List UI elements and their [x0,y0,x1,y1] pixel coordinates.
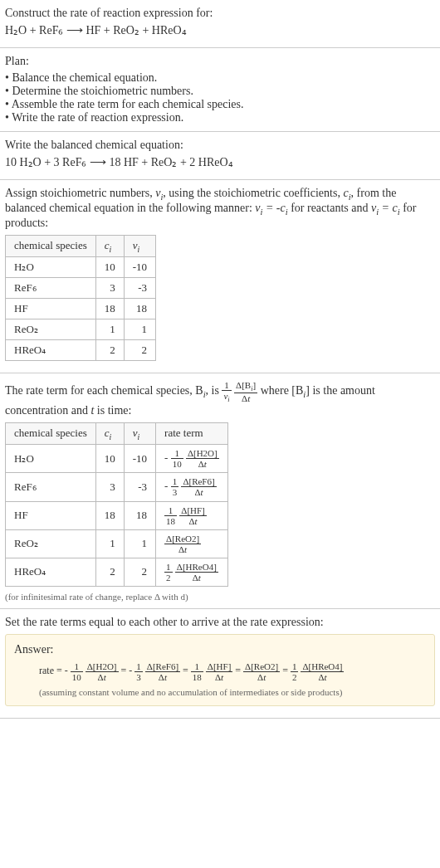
rateterm-section: The rate term for each chemical species,… [0,373,440,609]
plan-title: Plan: [5,55,435,68]
stoich-section: Assign stoichiometric numbers, νi, using… [0,180,440,373]
rateterm-intro: The rate term for each chemical species,… [5,380,435,417]
cell-rate: 12 Δ[HReO4]Δt [156,558,228,586]
table-row: H₂O10-10 [6,257,156,278]
cell-nu: 18 [124,299,155,319]
cell-c: 3 [95,278,124,299]
cell-nu: -10 [124,445,155,473]
cell-species: HF [6,501,96,529]
cell-c: 10 [95,257,124,278]
cell-c: 1 [95,529,124,558]
balanced-title: Write the balanced chemical equation: [5,139,435,152]
cell-nu: 1 [124,319,155,340]
cell-rate: Δ[ReO2]Δt [156,529,228,558]
cell-species: HReO₄ [6,558,96,586]
cell-rate: - 110 Δ[H2O]Δt [156,445,228,473]
col-c: ci [95,422,124,445]
cell-species: ReO₂ [6,319,96,340]
cell-species: ReO₂ [6,529,96,558]
final-section: Set the rate terms equal to each other t… [0,609,440,719]
col-nu: νi [124,422,155,445]
cell-nu: 2 [124,558,155,586]
col-species: chemical species [6,235,96,257]
text: for reactants and [288,202,371,214]
table-row: HReO₄ 2 2 12 Δ[HReO4]Δt [6,558,228,586]
plan-item: Write the rate of reaction expression. [5,111,435,124]
answer-label: Answer: [14,643,426,656]
table-header-row: chemical species ci νi [6,235,156,257]
table-row: ReF₆3-3 [6,278,156,299]
final-title: Set the rate terms equal to each other t… [5,616,435,629]
table-row: ReF₆ 3 -3 - 13 Δ[ReF6]Δt [6,473,228,501]
plan-section: Plan: Balance the chemical equation. Det… [0,48,440,132]
plan-list: Balance the chemical equation. Determine… [5,71,435,124]
cell-species: H₂O [6,445,96,473]
plan-item: Determine the stoichiometric numbers. [5,85,435,98]
col-nu: νi [124,235,155,257]
answer-box: Answer: rate = - 110 Δ[H2O]Δt = - 13 Δ[R… [5,634,435,706]
cell-c: 1 [95,319,124,340]
col-rate: rate term [156,422,228,445]
plan-item: Assemble the rate term for each chemical… [5,98,435,111]
table-row: HF1818 [6,299,156,319]
cell-c: 2 [95,340,124,361]
cell-c: 3 [95,473,124,501]
table-row: HReO₄22 [6,340,156,361]
stoich-table: chemical species ci νi H₂O10-10 ReF₆3-3 … [5,235,156,362]
rateterm-table: chemical species ci νi rate term H₂O 10 … [5,422,228,588]
table-header-row: chemical species ci νi rate term [6,422,228,445]
cell-rate: - 13 Δ[ReF6]Δt [156,473,228,501]
cell-nu: -3 [124,473,155,501]
answer-rate-expression: rate = - 110 Δ[H2O]Δt = - 13 Δ[ReF6]Δt =… [39,661,426,682]
col-species: chemical species [6,422,96,445]
cell-species: ReF₆ [6,473,96,501]
cell-species: H₂O [6,257,96,278]
table-row: HF 18 18 118 Δ[HF]Δt [6,501,228,529]
cell-nu: 1 [124,529,155,558]
plan-item: Balance the chemical equation. [5,71,435,85]
cell-nu: 2 [124,340,155,361]
col-c: ci [95,235,124,257]
text: , using the stoichiometric coefficients, [163,187,343,199]
text: The rate term for each chemical species,… [5,385,203,397]
cell-species: HReO₄ [6,340,96,361]
text: Assign stoichiometric numbers, [5,187,155,199]
cell-c: 18 [95,501,124,529]
cell-species: ReF₆ [6,278,96,299]
cell-rate: 118 Δ[HF]Δt [156,501,228,529]
text: , is [206,385,222,397]
answer-note: (assuming constant volume and no accumul… [39,687,426,697]
table-row: H₂O 10 -10 - 110 Δ[H2O]Δt [6,445,228,473]
table-row: ReO₂11 [6,319,156,340]
intro-section: Construct the rate of reaction expressio… [0,0,440,48]
cell-c: 18 [95,299,124,319]
intro-equation: H₂O + ReF₆ ⟶ HF + ReO₂ + HReO₄ [5,23,435,37]
cell-c: 10 [95,445,124,473]
cell-nu: -3 [124,278,155,299]
rateterm-note: (for infinitesimal rate of change, repla… [5,592,435,602]
cell-nu: -10 [124,257,155,278]
cell-c: 2 [95,558,124,586]
intro-title: Construct the rate of reaction expressio… [5,7,435,20]
balanced-equation: 10 H₂O + 3 ReF₆ ⟶ 18 HF + ReO₂ + 2 HReO₄ [5,155,435,169]
text: is time: [94,404,131,417]
cell-nu: 18 [124,501,155,529]
stoich-intro: Assign stoichiometric numbers, νi, using… [5,187,435,230]
balanced-section: Write the balanced chemical equation: 10… [0,132,440,180]
table-row: ReO₂ 1 1 Δ[ReO2]Δt [6,529,228,558]
cell-species: HF [6,299,96,319]
text: where [B [261,385,304,397]
